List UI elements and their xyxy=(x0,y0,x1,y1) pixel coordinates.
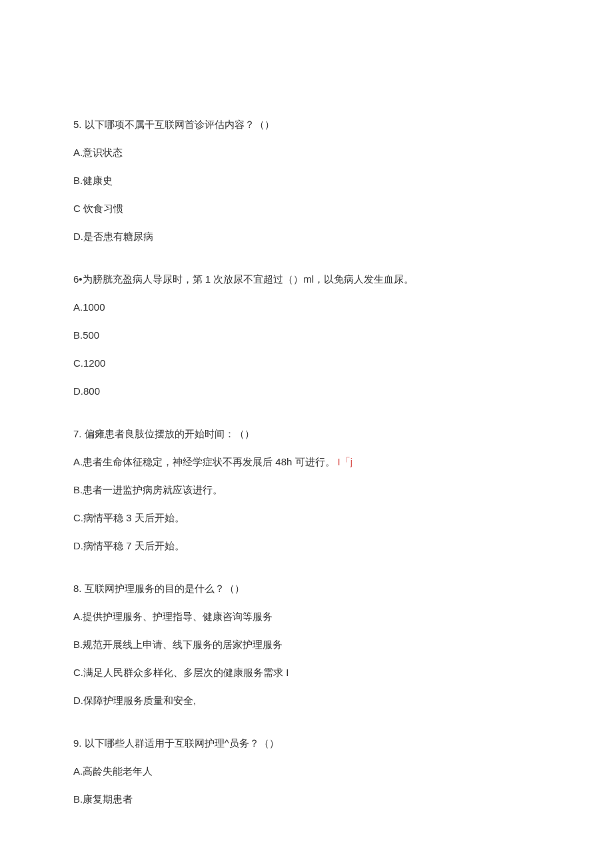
option-a: A.患者生命体征稳定，神经学症状不再发展后 48h 可进行。I「j xyxy=(73,454,540,470)
question-number: 5. xyxy=(73,119,82,130)
question-number: 7. xyxy=(73,428,82,439)
question-body: 互联网护理服务的目的是什么？（） xyxy=(85,583,245,594)
option-text: 饮食习惯 xyxy=(81,203,123,214)
option-label: A. xyxy=(73,765,83,777)
question-7: 7. 偏瘫患者良肢位摆放的开始时间：（） A.患者生命体征稳定，神经学症状不再发… xyxy=(73,426,540,554)
option-label: C. xyxy=(73,512,83,523)
option-label: C xyxy=(73,203,81,214)
question-text: 9. 以下哪些人群适用于互联网护理^员务？（） xyxy=(73,735,540,751)
option-label: A. xyxy=(73,456,83,467)
option-text: 高龄失能老年人 xyxy=(83,765,153,777)
option-b: B.500 xyxy=(73,327,540,343)
option-b: B.患者一进监护病房就应该进行。 xyxy=(73,482,540,498)
option-d: D.800 xyxy=(73,383,540,399)
option-text: 病情平稳 7 天后开始。 xyxy=(83,540,185,551)
option-label: C. xyxy=(73,357,83,369)
question-9: 9. 以下哪些人群适用于互联网护理^员务？（） A.高龄失能老年人 B.康复期患… xyxy=(73,735,540,807)
option-text: 意识状态 xyxy=(83,147,123,158)
question-body: 以下哪项不属干互联网首诊评估内容？（） xyxy=(85,119,275,130)
option-text: 1000 xyxy=(83,301,105,313)
option-label: B. xyxy=(73,484,83,495)
option-text: 保障护理服务质量和安全, xyxy=(83,695,196,706)
option-a: A.提供护理服务、护理指导、健康咨询等服务 xyxy=(73,609,540,625)
option-label: B. xyxy=(73,329,83,341)
option-a: A.意识状态 xyxy=(73,145,540,161)
question-number: 9. xyxy=(73,737,82,749)
option-c: C.满足人民群众多样化、多层次的健康服务需求 I xyxy=(73,665,540,681)
question-6: 6•为膀胱充盈病人导尿时，第 1 次放尿不宜超过（）ml，以免病人发生血尿。 A… xyxy=(73,271,540,399)
question-body: 偏瘫患者良肢位摆放的开始时间：（） xyxy=(85,428,255,439)
option-text: 800 xyxy=(83,385,100,397)
question-body: 以下哪些人群适用于互联网护理^员务？（） xyxy=(85,737,279,749)
option-b: B.健康史 xyxy=(73,173,540,189)
question-text: 5. 以下哪项不属干互联网首诊评估内容？（） xyxy=(73,117,540,133)
option-text: 康复期患者 xyxy=(83,793,133,805)
option-label: C. xyxy=(73,667,83,678)
option-b: B.康复期患者 xyxy=(73,791,540,807)
option-label: B. xyxy=(73,639,83,650)
option-text: 500 xyxy=(83,329,99,341)
option-label: A. xyxy=(73,301,83,313)
question-number: 8. xyxy=(73,583,82,594)
option-text: 健康史 xyxy=(83,175,113,186)
option-d: D.是否患有糖尿病 xyxy=(73,229,540,245)
option-c: C 饮食习惯 xyxy=(73,201,540,217)
option-d: D.病情平稳 7 天后开始。 xyxy=(73,538,540,554)
option-text: 1200 xyxy=(83,357,105,369)
option-label: D. xyxy=(73,540,83,551)
option-label: B. xyxy=(73,793,83,805)
option-text: 满足人民群众多样化、多层次的健康服务需求 I xyxy=(83,667,289,678)
option-label: B. xyxy=(73,175,83,186)
option-a: A.1000 xyxy=(73,299,540,315)
option-label: D. xyxy=(73,385,83,397)
option-c: C.病情平稳 3 天后开始。 xyxy=(73,510,540,526)
option-text: 是否患有糖尿病 xyxy=(83,231,153,242)
option-a: A.高龄失能老年人 xyxy=(73,763,540,779)
option-label: A. xyxy=(73,147,83,158)
question-text: 6•为膀胱充盈病人导尿时，第 1 次放尿不宜超过（）ml，以免病人发生血尿。 xyxy=(73,271,540,287)
option-label: A. xyxy=(73,611,83,622)
option-text: 病情平稳 3 天后开始。 xyxy=(83,512,185,523)
option-label: D. xyxy=(73,231,83,242)
option-label: D. xyxy=(73,695,83,706)
option-text: 规范开展线上申请、线下服务的居家护理服务 xyxy=(83,639,283,650)
question-number: 6• xyxy=(73,273,83,285)
question-body: 为膀胱充盈病人导尿时，第 1 次放尿不宜超过（）ml，以免病人发生血尿。 xyxy=(83,273,414,285)
option-text: 患者生命体征稳定，神经学症状不再发展后 48h 可进行。 xyxy=(83,456,334,467)
question-8: 8. 互联网护理服务的目的是什么？（） A.提供护理服务、护理指导、健康咨询等服… xyxy=(73,581,540,709)
question-text: 8. 互联网护理服务的目的是什么？（） xyxy=(73,581,540,597)
option-text: 患者一进监护病房就应该进行。 xyxy=(83,484,223,495)
question-text: 7. 偏瘫患者良肢位摆放的开始时间：（） xyxy=(73,426,540,442)
question-5: 5. 以下哪项不属干互联网首诊评估内容？（） A.意识状态 B.健康史 C 饮食… xyxy=(73,117,540,245)
option-text: 提供护理服务、护理指导、健康咨询等服务 xyxy=(83,611,273,622)
option-b: B.规范开展线上申请、线下服务的居家护理服务 xyxy=(73,637,540,653)
option-c: C.1200 xyxy=(73,355,540,371)
annotation-mark: I「j xyxy=(338,456,353,467)
option-d: D.保障护理服务质量和安全, xyxy=(73,693,540,709)
